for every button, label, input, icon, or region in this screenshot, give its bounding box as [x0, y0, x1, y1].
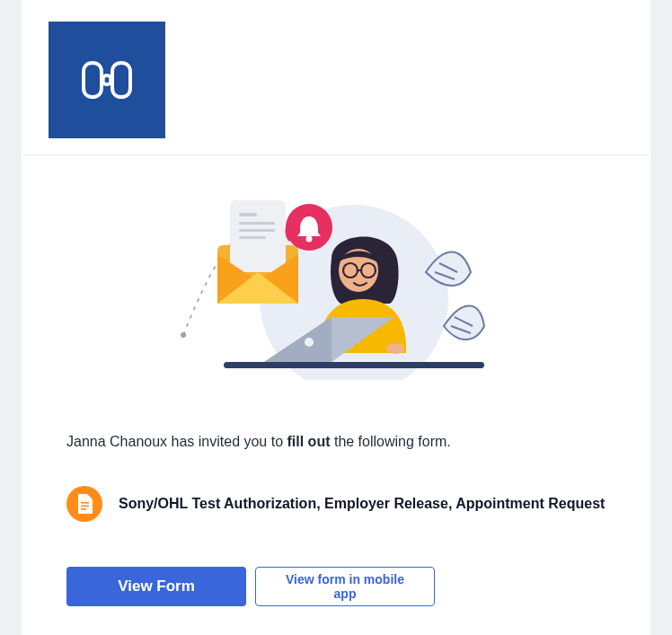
form-title: Sony/OHL Test Authorization, Employer Re… — [119, 496, 605, 512]
svg-point-3 — [181, 332, 186, 338]
svg-point-16 — [306, 236, 313, 243]
invite-strong: fill out — [287, 434, 331, 449]
company-logo — [49, 22, 165, 138]
svg-point-23 — [305, 338, 314, 347]
email-header — [22, 0, 650, 155]
button-row: View Form View form in mobile app — [66, 567, 606, 606]
person-laptop-illustration — [174, 182, 498, 380]
svg-rect-12 — [239, 222, 275, 225]
hero-illustration — [22, 155, 650, 389]
svg-rect-27 — [81, 508, 86, 510]
view-form-button[interactable]: View Form — [66, 567, 246, 606]
logo-icon — [80, 57, 134, 102]
view-mobile-button[interactable]: View form in mobile app — [255, 567, 435, 606]
svg-rect-25 — [81, 502, 89, 504]
form-row: Sony/OHL Test Authorization, Employer Re… — [66, 486, 606, 522]
svg-rect-24 — [224, 362, 484, 368]
svg-rect-26 — [81, 506, 89, 507]
svg-point-22 — [386, 343, 404, 354]
document-icon — [66, 486, 102, 522]
svg-rect-13 — [239, 229, 275, 232]
invite-prefix: Janna Chanoux has invited you to — [66, 434, 287, 449]
email-body: Janna Chanoux has invited you to fill ou… — [22, 389, 650, 635]
svg-rect-11 — [239, 213, 257, 216]
email-card: Janna Chanoux has invited you to fill ou… — [22, 0, 650, 635]
svg-rect-14 — [239, 236, 266, 239]
invite-message: Janna Chanoux has invited you to fill ou… — [66, 434, 606, 450]
invite-suffix: the following form. — [330, 434, 450, 449]
